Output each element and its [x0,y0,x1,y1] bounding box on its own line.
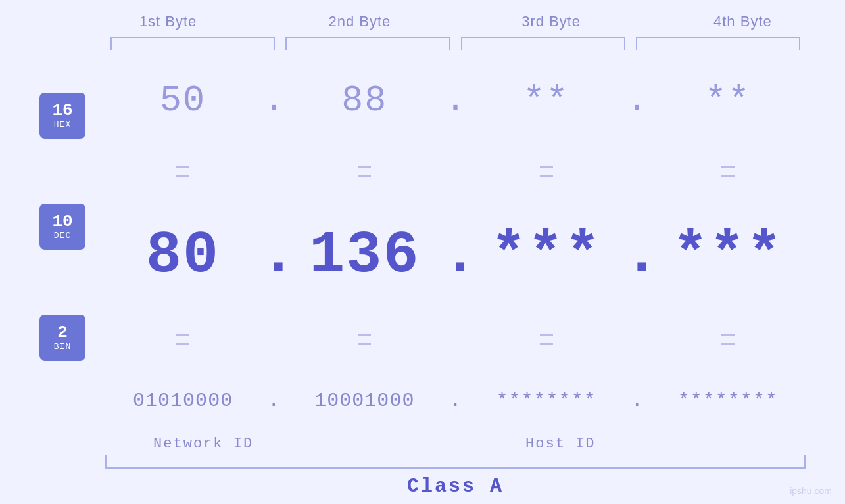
eq-line [176,166,189,168]
class-label: Class A [105,475,806,497]
badges-column: 16 HEX 10 DEC 2 BIN [39,60,105,432]
eq-line [358,166,371,168]
eq-line [358,343,371,345]
hex-row: 50 . 88 . ** . ** [105,80,806,122]
eq-line [358,175,371,177]
byte-header-2: 2nd Byte [264,13,455,30]
bin-badge: 2 BIN [39,315,85,361]
eq-2 [287,164,442,179]
dec-badge-number: 10 [52,212,72,231]
dec-dot-2: . [443,222,469,289]
bracket-2 [285,37,450,50]
host-id-spacer [301,436,315,452]
main-content: 16 HEX 10 DEC 2 BIN 50 . [39,60,806,432]
eq-line [176,175,189,177]
connector-1 [105,162,806,181]
eq-line [540,166,553,168]
hex-badge-label: HEX [54,120,71,129]
hex-val-4: ** [650,80,806,122]
eq-line [540,175,553,177]
dec-dot-3: . [624,222,650,289]
main-container: 1st Byte 2nd Byte 3rd Byte 4th Byte 16 H… [0,0,845,504]
eq-line [721,343,735,345]
dec-val-1: 80 [105,222,260,289]
dec-badge: 10 DEC [39,204,85,250]
network-id-label: Network ID [105,436,301,452]
bin-val-3: ******** [469,390,624,412]
eq-1 [105,164,260,179]
bin-row: 01010000 . 10001000 . ******** . [105,390,806,412]
eq-4 [650,164,806,179]
bin-val-4: ******** [650,390,806,412]
dec-badge-label: DEC [54,231,71,241]
dec-val-3: *** [469,222,624,289]
bin-dot-3: . [624,390,650,412]
bin-badge-number: 2 [57,323,68,342]
values-grid: 50 . 88 . ** . ** [105,60,806,432]
dec-row: 80 . 136 . *** . *** [105,222,806,289]
bracket-1 [110,37,275,50]
hex-val-2: 88 [287,80,442,122]
bracket-3 [461,37,625,50]
eq-3b [469,332,624,347]
hex-val-1: 50 [105,80,260,122]
full-bottom-bracket [105,455,806,469]
bin-val-2: 10001000 [287,390,442,412]
hex-badge: 16 HEX [39,93,85,139]
eq-line [540,334,553,336]
watermark: ipshu.com [790,486,832,496]
hex-dot-2: . [443,80,469,122]
connector-2 [105,330,806,350]
hex-val-3: ** [469,80,624,122]
hex-badge-number: 16 [52,101,72,120]
eq-2b [287,332,442,347]
bracket-4 [636,37,800,50]
hex-dot-3: . [624,80,650,122]
top-brackets [105,37,806,50]
eq-1b [105,332,260,347]
byte-headers: 1st Byte 2nd Byte 3rd Byte 4th Byte [72,13,838,30]
bin-dot-2: . [443,390,469,412]
byte-header-3: 3rd Byte [456,13,647,30]
eq-line [176,334,189,336]
hex-dot-1: . [260,80,287,122]
eq-line [721,334,735,336]
byte-header-4: 4th Byte [647,13,838,30]
dec-dot-1: . [260,222,287,289]
bin-dot-1: . [260,390,287,412]
eq-line [358,334,371,336]
bottom-labels: Network ID Host ID [105,436,806,452]
eq-4b [650,332,806,347]
eq-line [721,166,735,168]
bin-badge-label: BIN [54,342,71,352]
host-id-label: Host ID [315,436,806,452]
bin-val-1: 01010000 [105,390,260,412]
eq-3 [469,164,624,179]
dec-val-4: *** [650,222,806,289]
dec-val-2: 136 [287,222,442,289]
eq-line [721,175,735,177]
eq-line [176,343,189,345]
eq-line [540,343,553,345]
bottom-section: Network ID Host ID Class A [105,436,806,497]
byte-header-1: 1st Byte [72,13,264,30]
